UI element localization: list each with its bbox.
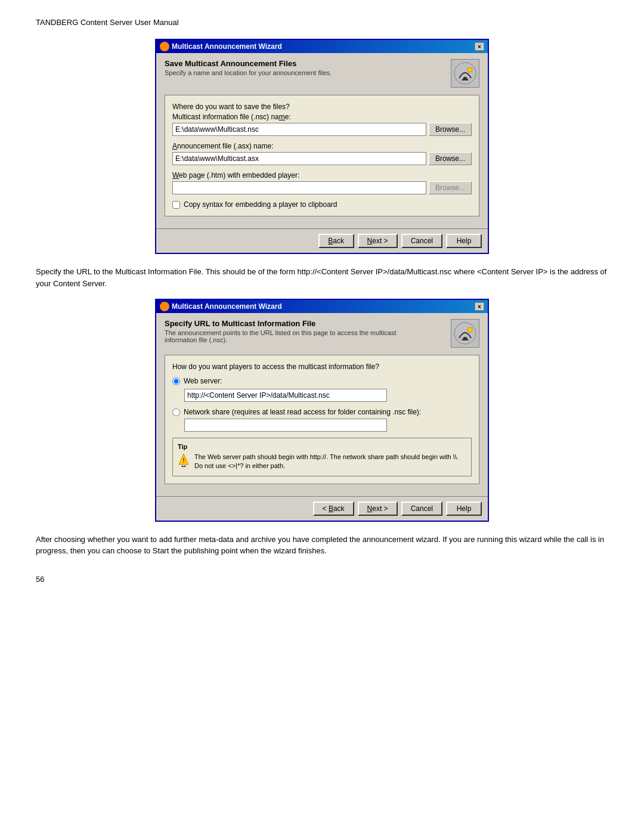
radio-web-server[interactable] (172, 377, 180, 385)
svg-text:!: ! (182, 457, 185, 464)
dialog-1: Multicast Announcement Wizard × Save Mul… (155, 39, 489, 254)
dialog-1-header-main: Save Multicast Announcement Files (165, 59, 332, 68)
dialog-2: Multicast Announcement Wizard × Specify … (155, 299, 489, 522)
network-share-input[interactable] (184, 419, 387, 432)
dialog-2-header-sub2: information file (.nsc). (165, 336, 396, 343)
dialog-1-title-label: Multicast Announcement Wizard (172, 42, 282, 51)
copy-syntax-label: Copy syntax for embedding a player to cl… (184, 200, 337, 209)
paragraph-2: After choosing whether you want to add f… (36, 534, 608, 557)
page-title: TANDBERG Content Server User Manual (36, 18, 608, 27)
dialog-2-help-button[interactable]: Help (446, 501, 482, 516)
dialog-1-title-icon (160, 42, 169, 51)
dialog-2-cancel-button[interactable]: Cancel (401, 501, 442, 516)
access-question-label: How do you want players to access the mu… (172, 363, 472, 371)
radio-network-share[interactable] (172, 408, 180, 416)
tip-text: The Web server path should begin with ht… (194, 453, 466, 471)
dialog-1-header-sub: Specify a name and location for your ann… (165, 69, 332, 76)
nsc-file-input[interactable] (172, 123, 426, 136)
dialog-2-close-button[interactable]: × (475, 302, 484, 311)
dialog-2-back-button[interactable]: < Back (313, 501, 354, 516)
dialog-1-close-button[interactable]: × (475, 42, 484, 51)
web-url-input[interactable] (184, 389, 387, 402)
radio-web-server-label: Web server: (184, 377, 222, 385)
asx-file-input[interactable] (172, 152, 426, 165)
nsc-browse-button[interactable]: Browse... (429, 123, 472, 136)
radio-network-share-label: Network share (requires at least read ac… (184, 408, 421, 416)
dialog-2-header-sub: The announcement points to the URL liste… (165, 329, 396, 336)
dialog-2-title-icon (160, 302, 169, 311)
web-file-label: Web page (.htm) with embedded player: (172, 171, 472, 179)
tip-box: Tip ! The Web server path should begin w… (172, 438, 472, 476)
dialog-2-wizard-icon (451, 319, 479, 348)
nsc-file-label: Multicast information file (.nsc) name: (172, 113, 472, 121)
dialog-1-titlebar: Multicast Announcement Wizard × (156, 40, 488, 53)
dialog-2-next-button[interactable]: Next > (358, 501, 398, 516)
dialog-2-header-main: Specify URL to Multicast Information Fil… (165, 319, 396, 328)
dialog-1-back-button[interactable]: Back (318, 234, 354, 248)
svg-point-3 (467, 327, 472, 332)
asx-file-label: Announcement file (.asx) name: (172, 142, 472, 150)
copy-syntax-checkbox[interactable] (172, 201, 180, 209)
asx-browse-button[interactable]: Browse... (429, 152, 472, 165)
web-browse-button[interactable]: Browse... (429, 181, 472, 194)
tip-title: Tip (178, 443, 466, 450)
dialog-1-next-button[interactable]: Next > (358, 234, 398, 248)
nsc-question-label: Where do you want to save the files? (172, 103, 472, 111)
dialog-1-wizard-icon (451, 59, 479, 88)
page-number: 56 (36, 575, 608, 584)
svg-point-1 (467, 67, 472, 72)
tip-icon: ! (178, 453, 190, 467)
dialog-2-title-label: Multicast Announcement Wizard (172, 302, 282, 311)
dialog-1-help-button[interactable]: Help (446, 234, 482, 248)
paragraph-1: Specify the URL to the Multicast Informa… (36, 266, 608, 289)
dialog-1-cancel-button[interactable]: Cancel (401, 234, 442, 248)
dialog-2-titlebar: Multicast Announcement Wizard × (156, 300, 488, 313)
web-file-input[interactable] (172, 181, 426, 194)
